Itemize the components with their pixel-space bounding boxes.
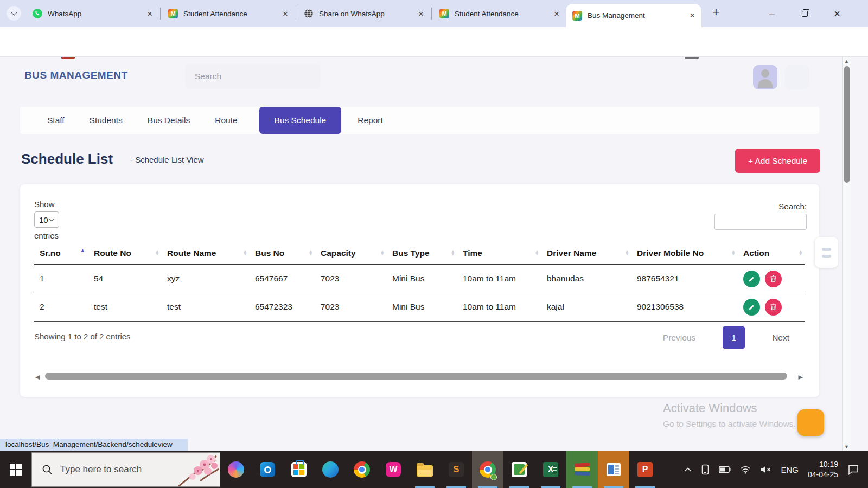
window-close-button[interactable]: × bbox=[825, 0, 850, 27]
col-bus-no[interactable]: Bus No▴▾ bbox=[250, 242, 315, 265]
nav-item-bus-schedule-active[interactable]: Bus Schedule bbox=[259, 107, 342, 134]
action-center-icon[interactable] bbox=[847, 464, 859, 475]
next-page-button[interactable]: Next bbox=[772, 333, 789, 343]
taskbar-winrar-icon[interactable] bbox=[566, 451, 598, 488]
taskbar-edge-icon[interactable] bbox=[315, 451, 346, 488]
delete-button[interactable] bbox=[765, 271, 782, 287]
tray-date: 04-04-25 bbox=[808, 470, 838, 480]
taskbar-sublime-icon[interactable]: S bbox=[441, 451, 472, 488]
nav-item-route[interactable]: Route bbox=[215, 115, 237, 125]
col-route-name[interactable]: Route Name▴▾ bbox=[162, 242, 250, 265]
col-action[interactable]: Action▴▾ bbox=[738, 242, 805, 265]
close-icon[interactable]: × bbox=[418, 9, 424, 18]
tab-bus-management-active[interactable]: M Bus Management × bbox=[566, 4, 701, 27]
window-minimize-button[interactable]: – bbox=[760, 0, 784, 27]
page-size-select[interactable]: 10 bbox=[34, 211, 59, 228]
scroll-up-arrow[interactable]: ▲ bbox=[844, 59, 849, 64]
tab-title: Student Attendance bbox=[455, 10, 550, 18]
close-icon[interactable]: × bbox=[690, 11, 695, 20]
start-button[interactable] bbox=[0, 451, 31, 488]
image-editor-icon bbox=[512, 462, 527, 477]
site-search-input[interactable] bbox=[185, 64, 321, 89]
hscroll-left-arrow[interactable]: ◀ bbox=[35, 374, 40, 381]
close-icon[interactable]: × bbox=[554, 9, 559, 18]
cell-driver-name: bhanudas bbox=[541, 265, 631, 293]
phone-link-icon[interactable] bbox=[701, 464, 710, 475]
table-search-input[interactable] bbox=[714, 214, 807, 230]
sublime-icon: S bbox=[449, 462, 464, 477]
col-bus-type[interactable]: Bus Type▴▾ bbox=[387, 242, 457, 265]
taskbar-copilot-icon[interactable] bbox=[220, 451, 252, 488]
taskbar-excel-icon[interactable]: X bbox=[535, 451, 566, 488]
add-schedule-button[interactable]: + Add Schedule bbox=[735, 149, 820, 173]
cell-capacity: 7023 bbox=[315, 293, 387, 321]
outlook-icon bbox=[260, 462, 275, 477]
taskbar-file-explorer-icon[interactable] bbox=[409, 451, 441, 488]
nav-item-bus-details[interactable]: Bus Details bbox=[148, 115, 190, 125]
delete-button[interactable] bbox=[765, 299, 782, 316]
previous-page-button[interactable]: Previous bbox=[663, 333, 695, 343]
new-tab-button[interactable]: + bbox=[708, 5, 724, 20]
activate-windows-watermark: Activate Windows bbox=[663, 401, 757, 415]
page-number-button[interactable]: 1 bbox=[723, 326, 745, 349]
wifi-icon[interactable] bbox=[740, 466, 751, 474]
taskbar-wamp-icon[interactable]: W bbox=[378, 451, 409, 488]
window-restore-button[interactable] bbox=[792, 0, 817, 27]
tab-search-chevron-button[interactable] bbox=[7, 6, 21, 21]
hscroll-right-arrow[interactable]: ▶ bbox=[799, 374, 803, 381]
taskbar-window-app-icon[interactable] bbox=[598, 451, 629, 488]
schedule-table-card: Show 10 entries Search: Sr.no▴ Route No▴… bbox=[20, 184, 819, 397]
user-avatar[interactable] bbox=[753, 65, 777, 89]
horizontal-scrollbar-thumb[interactable] bbox=[45, 373, 787, 380]
scroll-down-arrow[interactable]: ▼ bbox=[844, 444, 849, 450]
show-label: Show bbox=[34, 200, 55, 209]
taskbar-chrome-icon[interactable] bbox=[346, 451, 378, 488]
edge-icon bbox=[322, 461, 339, 478]
main-nav: Staff Students Bus Details Route Bus Sch… bbox=[20, 107, 819, 134]
handle-bar bbox=[822, 248, 831, 251]
vertical-scrollbar-thumb[interactable] bbox=[844, 66, 850, 183]
volume-muted-icon[interactable] bbox=[760, 465, 771, 474]
close-icon[interactable]: × bbox=[147, 9, 152, 18]
floating-panel-handle[interactable] bbox=[815, 237, 838, 268]
taskbar-outlook-icon[interactable] bbox=[252, 451, 283, 488]
col-srno[interactable]: Sr.no▴ bbox=[34, 242, 88, 265]
taskbar-search-box[interactable]: Type here to search bbox=[31, 452, 220, 487]
attendance-app-icon: M bbox=[168, 9, 178, 18]
edit-button[interactable] bbox=[743, 271, 760, 287]
taskbar-chrome-active-icon[interactable] bbox=[472, 451, 503, 488]
nav-item-staff[interactable]: Staff bbox=[47, 115, 65, 125]
language-indicator[interactable]: ENG bbox=[781, 465, 799, 474]
col-driver-mobile[interactable]: Driver Mobile No▴▾ bbox=[631, 242, 738, 265]
tab-student-attendance-2[interactable]: M Student Attendance × bbox=[433, 0, 566, 27]
cell-route-no: 54 bbox=[88, 265, 162, 293]
col-route-no[interactable]: Route No▴▾ bbox=[88, 242, 162, 265]
taskbar-store-icon[interactable] bbox=[283, 451, 315, 488]
tab-title: Share on WhatsApp bbox=[319, 10, 414, 18]
tab-whatsapp[interactable]: WhatsApp × bbox=[26, 0, 159, 27]
system-tray: ENG 10:19 04-04-25 bbox=[684, 459, 868, 480]
clock[interactable]: 10:19 04-04-25 bbox=[808, 459, 838, 480]
table-row: 1 54 xyz 6547667 7023 Mini Bus 10am to 1… bbox=[34, 265, 805, 293]
nav-item-report[interactable]: Report bbox=[358, 115, 383, 125]
taskbar-photos-icon[interactable] bbox=[503, 451, 535, 488]
nav-item-students[interactable]: Students bbox=[90, 115, 123, 125]
tab-share-whatsapp[interactable]: Share on WhatsApp × bbox=[297, 0, 430, 27]
tray-expand-chevron-icon[interactable] bbox=[684, 467, 692, 472]
col-time[interactable]: Time▴▾ bbox=[457, 242, 541, 265]
cell-route-no: test bbox=[88, 293, 162, 321]
window-app-icon bbox=[607, 463, 621, 476]
battery-icon[interactable] bbox=[719, 466, 731, 473]
table-row: 2 test test 65472323 7023 Mini Bus 10am … bbox=[34, 293, 805, 321]
vertical-scrollbar[interactable]: ▲ ▼ bbox=[842, 57, 851, 451]
cell-action bbox=[738, 265, 805, 293]
taskbar-powerpoint-icon[interactable]: P bbox=[629, 451, 661, 488]
col-driver-name[interactable]: Driver Name▴▾ bbox=[541, 242, 631, 265]
header-secondary-tile[interactable] bbox=[785, 65, 809, 89]
close-icon[interactable]: × bbox=[283, 9, 288, 18]
tab-student-attendance-1[interactable]: M Student Attendance × bbox=[162, 0, 295, 27]
chat-widget-button[interactable] bbox=[797, 409, 824, 436]
edit-button[interactable] bbox=[743, 299, 760, 316]
col-capacity[interactable]: Capacity▴▾ bbox=[315, 242, 387, 265]
cell-route-name: xyz bbox=[162, 265, 250, 293]
